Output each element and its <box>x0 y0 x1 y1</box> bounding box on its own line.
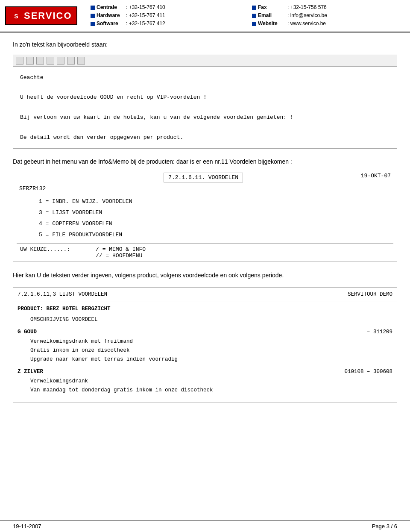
goud-item-1: Verwelkomingsdrank met fruitmand <box>30 337 392 346</box>
page-header: S SERVICO Centrale : +32-15-767 410 Fax … <box>0 0 410 32</box>
screen-title-area: 7.2.1.6.11. VOORDELEN <box>164 173 243 182</box>
page-footer: 19-11-2007 Page 3 / 6 <box>0 520 410 532</box>
data-product-label: PRODUCT: BERZ HOTEL BERGZICHT <box>18 305 392 314</box>
bullet-software <box>91 22 95 26</box>
goud-item-3: Upgrade naar kamer met terras indien voo… <box>30 355 392 364</box>
menu-item-1: 1 = INBR. EN WIJZ. VOORDELEN <box>39 196 397 207</box>
zilver-item-2: Van maandag tot donderdag gratis inkom i… <box>30 386 392 395</box>
contact-software: Software : +32-15-767 412 <box>91 20 243 28</box>
screen-box: SERZR132 7.2.1.6.11. VOORDELEN 19-OKT-07… <box>13 169 397 262</box>
main-content: In zo'n tekst kan bijvoorbeeld staan: Ge… <box>0 32 410 420</box>
goud-label: G GOUD <box>18 328 37 337</box>
email-line-5: Bij vertoon van uw kaart in de hotels, k… <box>20 112 390 122</box>
logo-box: S SERVICO <box>5 6 77 25</box>
svg-text:S: S <box>14 13 18 20</box>
label-centrale: Centrale <box>97 3 124 12</box>
data-box-header: 7.2.1.6.11,3 LIJST VOORDELEN SERVITOUR D… <box>13 288 397 302</box>
bullet-hardware <box>91 14 95 18</box>
zilver-code: 010108 – 300608 <box>344 367 392 376</box>
logo-text: SERVICO <box>24 10 72 21</box>
email-box-body: Geachte U heeft de voordeelcode GOUD en … <box>13 67 397 149</box>
footer-page: Page 3 / 6 <box>372 523 397 529</box>
email-line-3: U heeft de voordeelcode GOUD en recht op… <box>20 92 390 102</box>
value-software: : +32-15-767 412 <box>126 20 165 28</box>
zilver-item-1: Verwelkomingsdrank <box>30 377 392 386</box>
data-header-right: SERVITOUR DEMO <box>348 290 392 299</box>
contact-website: Website : www.servico.be <box>252 20 405 28</box>
omschrijving-label: OMSCHRIJVING VOORDEEL <box>18 315 392 324</box>
menu-item-3: 4 = COPIEREN VOORDELEN <box>39 218 397 229</box>
contact-centrale: Centrale : +32-15-767 410 <box>91 3 243 12</box>
screen-footer-left: UW KEUZE......: <box>20 246 70 259</box>
email-line-1: Geachte <box>20 73 390 82</box>
email-toolbar <box>13 55 397 67</box>
intro-text: In zo'n tekst kan bijvoorbeeld staan: <box>13 41 397 48</box>
value-fax: : +32-15-756 576 <box>287 3 327 12</box>
value-hardware: : +32-15-767 411 <box>126 12 165 20</box>
value-centrale: : +32-15-767 410 <box>126 3 165 12</box>
footer-right-2: // = HOOFDMENU <box>96 253 146 259</box>
bullet-centrale <box>91 6 95 10</box>
contact-email: Email : info@servico.be <box>252 12 405 20</box>
toolbar-btn-2[interactable] <box>26 57 34 65</box>
email-box: Geachte U heeft de voordeelcode GOUD en … <box>13 55 397 149</box>
label-hardware: Hardware <box>97 12 124 20</box>
screen-menu: 1 = INBR. EN WIJZ. VOORDELEN 3 = LIJST V… <box>13 194 397 243</box>
toolbar-btn-6[interactable] <box>67 57 75 65</box>
label-software: Software <box>97 20 124 28</box>
value-email: : info@servico.be <box>287 12 327 20</box>
toolbar-btn-5[interactable] <box>57 57 64 65</box>
label-website: Website <box>258 20 286 28</box>
menu-item-2: 3 = LIJST VOORDELEN <box>39 207 397 218</box>
zilver-label: Z ZILVER <box>18 367 43 376</box>
email-line-7: De detail wordt dan verder opgegeven per… <box>20 132 390 142</box>
screen-footer: UW KEUZE......: / = MEMO & INFO // = HOO… <box>17 243 393 262</box>
bullet-email <box>252 14 256 18</box>
goud-items: Verwelkomingsdrank met fruitmand Gratis … <box>18 337 392 364</box>
category-goud: G GOUD – 311209 Verwelkomingsdrank met f… <box>18 328 392 364</box>
screen-top: SERZR132 7.2.1.6.11. VOORDELEN 19-OKT-07 <box>13 169 397 194</box>
screen-footer-right: / = MEMO & INFO // = HOOFDMENU <box>96 246 146 259</box>
category-zilver: Z ZILVER 010108 – 300608 Verwelkomingsdr… <box>18 367 392 395</box>
goud-item-2: Gratis inkom in onze discotheek <box>30 346 392 355</box>
label-email: Email <box>258 12 286 20</box>
category-goud-header: G GOUD – 311209 <box>18 328 392 337</box>
goud-code: – 311209 <box>367 328 392 337</box>
bullet-website <box>252 22 256 26</box>
contact-fax: Fax : +32-15-756 576 <box>252 3 405 12</box>
label-fax: Fax <box>258 3 286 12</box>
screen-ref: SERZR132 <box>19 173 46 192</box>
footer-right-1: / = MEMO & INFO <box>96 246 146 253</box>
zilver-items: Verwelkomingsdrank Van maandag tot donde… <box>18 377 392 395</box>
bullet-fax <box>252 6 256 10</box>
footer-date: 19-11-2007 <box>13 523 41 529</box>
contact-hardware: Hardware : +32-15-767 411 <box>91 12 243 20</box>
menu-item-4: 5 = FILE PRODUKTVOORDELEN <box>39 229 397 241</box>
toolbar-btn-7[interactable] <box>77 57 85 65</box>
category-zilver-header: Z ZILVER 010108 – 300608 <box>18 367 392 376</box>
toolbar-btn-3[interactable] <box>36 57 44 65</box>
data-header-left: 7.2.1.6.11,3 LIJST VOORDELEN <box>18 290 107 299</box>
toolbar-btn-4[interactable] <box>47 57 54 65</box>
data-box: 7.2.1.6.11,3 LIJST VOORDELEN SERVITOUR D… <box>13 287 397 403</box>
data-box-body: PRODUCT: BERZ HOTEL BERGZICHT OMSCHRIJVI… <box>13 302 397 403</box>
desc-text-1: Dat gebeurt in het menu van de Info&Memo… <box>13 157 397 166</box>
logo-area: S SERVICO <box>5 6 91 25</box>
paragraph-text: Hier kan U de teksten verder ingeven, vo… <box>13 270 397 280</box>
header-contact: Centrale : +32-15-767 410 Fax : +32-15-7… <box>91 3 405 28</box>
toolbar-btn-1[interactable] <box>16 57 23 65</box>
screen-title-box: 7.2.1.6.11. VOORDELEN <box>164 173 243 182</box>
logo-icon: S <box>10 10 22 22</box>
value-website: : www.servico.be <box>287 20 326 28</box>
screen-date: 19-OKT-07 <box>361 173 391 179</box>
